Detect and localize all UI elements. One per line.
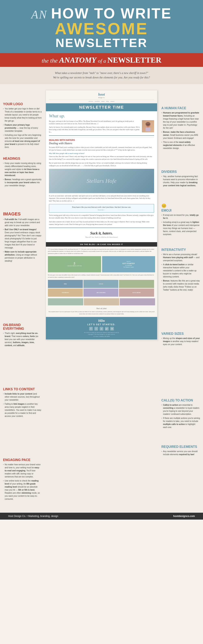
onbrand-point-1: That's right: everything must be on-bran… [3,332,42,347]
nl-brand-img1: HDo [48,280,83,288]
interactivity-point-1: We're are a human processing streak! Hum… [161,253,200,262]
svg-point-2 [147,124,148,125]
right-annotations: A HUMAN FACE Humans are programmed to gr… [158,88,203,509]
images-point-3: Make sure to include appropriate attribu… [3,250,42,262]
nl-body-text4: But we spent more time with this design … [49,162,154,167]
nl-footer-cta: LET'S GET STARTED. [48,324,155,326]
nl-body-text1: No matter HOW hard you're working to ach… [49,146,154,152]
nl-social-pinterest[interactable]: p [100,327,103,330]
nl-topic-subtitle: Dealing with Haters [49,142,154,145]
nl-blog-images: 5 5 SOCIAL MEDIA GETS YOU how to GET STA… [48,256,155,272]
nl-extra-img1 [48,298,83,306]
header-title-line2: AWESOME [8,21,195,37]
annotation-images-title: IMAGES [3,211,42,217]
nl-body-text6: You're turning green with envy at the su… [49,214,154,220]
nl-blog-intro: *** Social Media Strategies PTW and Bran… [48,248,155,255]
anatomy-bar: the the ANATOMY of a NEWSLETTER [0,53,203,67]
nl-blog-img1: 5 5 SOCIAL MEDIA GETS YOU [48,256,101,272]
nl-divider-1 [49,135,154,136]
nl-extra-img2 [84,298,119,306]
required-point-1: Any newsletter service you use should in… [161,450,200,456]
intro-text2: We're spilling our secrets to break down… [12,76,191,80]
images-point-1: Full-width fw: Full-width images are a g… [3,218,42,227]
annotation-emoji: 😊 EMOJI If emoji are on-brand for you, t… [161,203,200,236]
nl-brand-img3 [119,280,154,288]
nl-footer-note: That's all, folks! [48,306,155,311]
nl-nav-about[interactable]: about [101,100,105,102]
emoji-point-2: Including emoji is a great way to lighte… [161,221,200,236]
annotation-images-body: Full-width fw: Full-width images are a g… [3,218,42,262]
anatomy-title: the the ANATOMY of a NEWSLETTER [8,56,195,64]
nl-footer-social: f t p g+ in [48,327,155,330]
nl-social-linkedin[interactable]: in [110,327,114,330]
page-header: an HOW TO WRITE AWESOME NEWSLETTER [0,0,203,53]
nl-logo: hoot design co. [49,92,154,98]
annotation-onbrand-body: That's right: everything must be on-bran… [3,332,42,347]
nl-blog-text: ON THE BLOG • IN CASE YOU MISSED IT [48,243,155,246]
nl-extra-img3 [120,298,155,306]
nl-brand-img4: SATURDAYS [48,288,83,297]
nl-suck-sub: You tell 'em. Suck it. (click to let the… [85,236,118,238]
nl-brand-img5: ARCA MAJORA [83,288,118,297]
annotation-pace-title: ENGAGING PACE [3,458,42,462]
nl-body-text3: I have no idea. But who cares? There's o… [49,156,154,161]
annotation-human-face-title: A HUMAN FACE [161,106,200,110]
emoji-icon: 😊 [161,203,200,208]
nl-whatsup: What up. [49,113,154,118]
nl-extra-images [48,298,155,306]
nl-footer-copyright: Copyright © 2013 Hoot Design Co. All rig… [48,334,155,336]
nl-brand-img6-text: EAT & DRINK [133,292,141,293]
nl-intro-image [142,120,154,132]
annotation-onbrand: ON-BRAND EVERYTHING That's right: everyt… [3,323,42,347]
annotation-headings-title: HEADINGS [3,157,42,160]
nl-nav-contact[interactable]: contact [110,100,114,102]
nl-brand-img5-text: ARCA MAJORA [96,292,106,293]
nl-brand-img6: EAT & DRINK [119,288,154,297]
varied-sizes-point-1: Mixing up the shapes and sizes of your i… [161,337,200,346]
nl-footer-callout: You wanted more? Cuz we want more of you… [48,311,155,315]
annotation-logo: YOUR LOGO You better get your logo in th… [3,102,42,149]
emoji-point-1: If emoji are on-brand for you, totally g… [161,214,200,220]
logo-point-2: Feature your primary logo prominently — … [3,124,42,132]
annotation-pace-body: No matter how serious your brand voice a… [3,463,42,500]
center-newsletter: hoot design co. services portfolio about… [45,88,158,509]
header-an: an [31,8,51,21]
nl-footer-legal: It's so nice at to hang out with us this… [48,332,155,334]
header-title-line3: NEWSLETTER [8,37,195,49]
annotation-logo-title: YOUR LOGO [3,102,42,106]
nl-nav-blog[interactable]: blog [106,100,109,102]
interactivity-point-3: Bonus: features like this are a great wa… [161,279,200,292]
annotation-logo-body: You better get your logo in there or die… [3,107,42,149]
nl-social-google[interactable]: g+ [105,327,109,330]
annotation-human-face-body: Humans are programmed to gravitate towar… [161,111,200,150]
nl-footer-address: 123 Street, Columbus, MO 00000 [48,336,155,338]
annotation-images: IMAGES Full-width fw: Full-width images … [3,211,42,262]
nl-logo-sub: design co. [49,97,154,98]
svg-rect-4 [145,128,150,131]
anatomy-newsletter: NEWSLETTER [107,56,161,64]
pace-point-1: No matter how serious your brand voice a… [3,463,42,478]
nl-social-facebook[interactable]: f [89,327,93,330]
newsletter-mockup: hoot design co. services portfolio about… [46,90,157,340]
annotation-emoji-body: If emoji are on-brand for you, totally g… [161,214,200,236]
nl-brand-img2: LULO [83,280,118,288]
nl-promo-text: We also gave you some incredible look at… [48,274,155,278]
nl-nav-portfolio[interactable]: portfolio [95,100,100,102]
anatomy-anatomy: ANATOMY [59,56,96,64]
logo-point-3: Including your logo at the very beginnin… [3,134,42,149]
annotation-links-title: LINKS TO CONTENT [3,388,42,391]
nl-suck-haters: Suck it, haters. You tell 'em. Suck it. … [49,230,154,240]
nl-tweet-box[interactable]: Treat haters like you treat Internet tro… [49,204,154,213]
nl-tweet-text: Treat haters like you treat Internet tro… [51,206,152,209]
annotation-onbrand-title: ON-BRAND EVERYTHING [3,323,42,330]
annotation-links-body: Include links to your content (and other… [3,392,42,418]
nl-full-image: Stellars Hofe [49,169,154,193]
nl-suck-big: Suck it, haters. [49,231,154,236]
svg-point-1 [145,122,150,126]
nl-social-twitter[interactable]: t [94,327,98,330]
nl-nav-services[interactable]: services [89,100,93,102]
bottom-bar-left: Hoot Design Co. • Marketing, branding, d… [8,515,58,518]
annotation-varied-sizes-title: VARIED SIZES [161,332,200,336]
nl-logo-hoot: hoot [98,92,105,96]
annotation-emoji-title: 😊 EMOJI [161,203,200,212]
